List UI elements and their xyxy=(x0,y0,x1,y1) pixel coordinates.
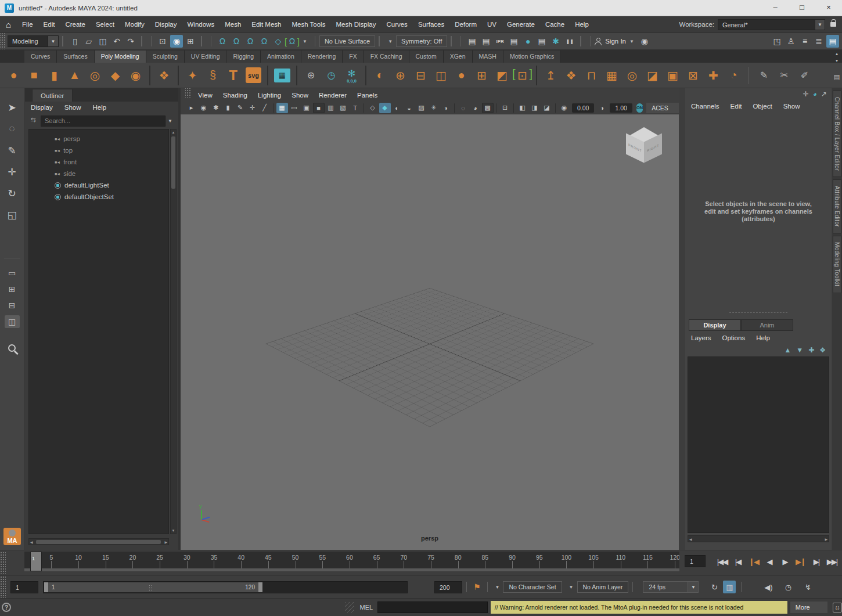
next-key-button[interactable]: ▶❙ xyxy=(793,554,808,569)
viewport-icon[interactable] xyxy=(513,103,514,113)
field-chart-icon[interactable]: ▥ xyxy=(325,103,337,113)
viewport-icon[interactable] xyxy=(496,103,496,113)
shelf-tab[interactable]: UV Editing xyxy=(185,51,227,63)
prev-key-button[interactable]: ❙◀ xyxy=(746,554,761,569)
platonic-solid-icon[interactable]: ❖ xyxy=(154,65,174,86)
time-tick[interactable]: 75 xyxy=(418,552,445,568)
play-backwards-button[interactable]: ◀ xyxy=(761,554,777,569)
time-tick[interactable]: 10 xyxy=(65,552,92,568)
select-component-icon[interactable]: ⊞ xyxy=(184,35,197,48)
step-forward-button[interactable]: ▶| xyxy=(808,554,824,569)
lights-icon[interactable]: ✳ xyxy=(428,103,440,113)
outliner-search-input[interactable] xyxy=(41,116,165,127)
fps-caret-icon[interactable]: ▼ xyxy=(688,581,699,593)
side-tab[interactable]: Modeling Toolkit xyxy=(833,236,841,293)
shelf-icon[interactable] xyxy=(749,67,749,84)
shelf-tab[interactable]: Motion Graphics xyxy=(503,51,561,63)
outliner-tab[interactable]: Outliner xyxy=(32,89,73,102)
outliner-item[interactable]: ■◄ defaultObjectSet xyxy=(29,191,168,203)
layer-list[interactable] xyxy=(688,356,829,533)
menu-item[interactable]: Select xyxy=(91,21,120,28)
outliner-menu-item[interactable]: Help xyxy=(93,104,107,111)
minimize-button[interactable]: – xyxy=(762,0,789,16)
time-tick[interactable]: 95 xyxy=(526,552,553,568)
time-tick[interactable]: 50 xyxy=(282,552,309,568)
range-end-handle[interactable] xyxy=(258,582,262,592)
layer-editor-tab[interactable]: Display xyxy=(689,319,741,331)
statusline-grip[interactable] xyxy=(0,33,5,49)
side-tab[interactable]: Channel Box / Layer Editor xyxy=(833,91,841,177)
character-set-field[interactable]: No Character Set xyxy=(503,581,562,593)
add-divisions-icon[interactable]: ▦ xyxy=(602,65,621,86)
shelf-tab[interactable]: Sculpting xyxy=(146,51,185,63)
rangeslider-grip[interactable] xyxy=(0,576,6,598)
menu-item[interactable]: Curves xyxy=(381,21,412,28)
commandline-grip[interactable] xyxy=(345,602,354,613)
go-to-end-button[interactable]: ▶▶| xyxy=(824,554,840,569)
move-tool-icon[interactable]: ✛ xyxy=(3,163,21,181)
sign-in-button[interactable]: Sign In xyxy=(605,38,626,45)
time-tick[interactable]: 30 xyxy=(173,552,200,568)
auto-keyframe-icon[interactable]: ▥ xyxy=(723,581,736,593)
menu-set-selector[interactable]: Modeling xyxy=(8,35,48,47)
outliner-item[interactable]: ■◄ front xyxy=(29,156,168,168)
collapser[interactable] xyxy=(62,36,64,46)
shelf-tab[interactable]: MASH xyxy=(473,51,503,63)
checker-icon[interactable]: ▨ xyxy=(416,103,427,113)
textured-icon[interactable]: ◐ xyxy=(391,103,403,113)
menu-item[interactable]: Deform xyxy=(449,21,482,28)
mel-label[interactable]: MEL xyxy=(360,604,373,611)
workspace-selector[interactable]: General* xyxy=(718,19,815,30)
render-view-icon[interactable]: ▤ xyxy=(466,35,478,48)
poly-disc-icon[interactable]: ◉ xyxy=(126,65,145,86)
viewport-menu-item[interactable]: Show xyxy=(286,92,314,99)
sign-in-caret-icon[interactable]: ▼ xyxy=(629,39,634,44)
user-avatar[interactable]: MA xyxy=(3,528,21,545)
colorspace-selector[interactable]: ACES 1.0 SDR-v xyxy=(646,103,679,113)
circularize-icon[interactable]: ◎ xyxy=(622,65,642,86)
subdivide-icon[interactable]: ⊞ xyxy=(472,65,491,86)
attribute-editor-toggle-icon[interactable]: ≣ xyxy=(812,35,825,48)
layout-single-pane-icon[interactable]: ▭ xyxy=(5,266,20,279)
poly-plane-icon[interactable]: ◆ xyxy=(106,65,125,86)
triangulate-icon[interactable]: ◩ xyxy=(492,65,512,86)
shelf-tab[interactable]: Animation xyxy=(261,51,301,63)
viewport-grip[interactable] xyxy=(185,88,190,98)
time-tick[interactable]: 40 xyxy=(228,552,255,568)
playback-range-track[interactable]: 1 120 xyxy=(43,581,408,593)
snap-to-point-icon[interactable]: Ω xyxy=(244,35,257,48)
time-tick[interactable]: 65 xyxy=(363,552,390,568)
paint-effects-icon[interactable]: ▤ xyxy=(535,35,548,48)
current-frame-marker[interactable]: 1 xyxy=(30,552,42,571)
graph-icon[interactable]: ↗ xyxy=(821,90,827,98)
xgen-launcher-icon[interactable]: ◉ xyxy=(638,35,651,48)
channel-box-menu-item[interactable]: Channels xyxy=(691,103,719,110)
combine-icon[interactable]: ⊕ xyxy=(391,65,410,86)
shelf-tab[interactable]: XGen xyxy=(444,51,473,63)
outliner-horizontal-scrollbar[interactable]: ◀ ▶ xyxy=(28,538,169,545)
poly-cone-icon[interactable]: ▲ xyxy=(65,65,84,86)
redo-icon[interactable]: ↷ xyxy=(124,35,137,48)
view-cube[interactable]: FRONT RIGHT xyxy=(625,127,664,169)
outliner-menu-item[interactable]: Show xyxy=(64,104,81,111)
workspace-caret-icon[interactable]: ▼ xyxy=(815,19,825,30)
lasso-tool-icon[interactable]: ◌ xyxy=(3,120,21,138)
playback-range[interactable]: 1 120 xyxy=(44,582,262,592)
menu-item[interactable]: Windows xyxy=(182,21,220,28)
motion-blur-icon[interactable]: ◕ xyxy=(470,103,481,113)
open-scene-icon[interactable]: ▱ xyxy=(82,35,95,48)
play-button[interactable]: ▶ xyxy=(777,554,793,569)
channel-box-menu-item[interactable]: Edit xyxy=(731,103,742,110)
snap-to-origin-icon[interactable]: ✻0,0,0 xyxy=(342,65,361,86)
time-tick[interactable]: 45 xyxy=(255,552,282,568)
viewport-icon[interactable] xyxy=(273,103,274,113)
animation-start-field[interactable]: 1 xyxy=(10,581,38,593)
display-render-icon[interactable]: ● xyxy=(521,35,534,48)
menu-item[interactable]: Surfaces xyxy=(413,21,449,28)
shadows-icon[interactable]: ◑ xyxy=(440,103,452,113)
range-start-handle[interactable] xyxy=(44,582,48,592)
curve-helix-icon[interactable]: § xyxy=(203,65,222,86)
zoom-tool-icon[interactable] xyxy=(8,344,16,352)
viewport-menu-item[interactable]: Renderer xyxy=(314,92,352,99)
layer-editor-tab[interactable]: Anim xyxy=(741,319,793,331)
